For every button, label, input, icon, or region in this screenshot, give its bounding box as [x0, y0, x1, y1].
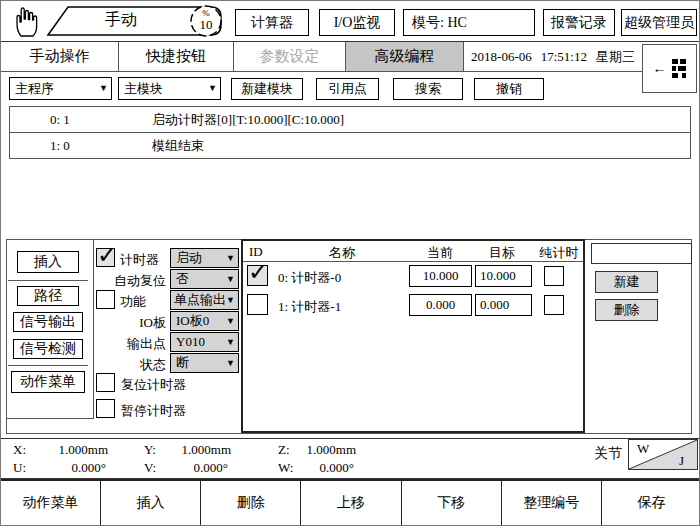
function-checkbox[interactable] — [96, 290, 115, 309]
timer-row-name: 0: 计时器-0 — [278, 269, 341, 287]
auto-reset-value: 否 — [176, 270, 189, 288]
tab-advanced-programming[interactable]: 高级编程 — [346, 42, 464, 71]
timer-target-input[interactable]: 10.000 — [475, 265, 532, 287]
tab-quick-buttons[interactable]: 快捷按钮 — [119, 42, 234, 71]
axis-value: 0.000° — [306, 460, 354, 476]
timer-checkbox[interactable] — [96, 248, 115, 267]
path-action-button[interactable]: 路径 — [17, 286, 79, 306]
pause-timer-checkbox[interactable] — [96, 399, 115, 418]
pure-timing-checkbox[interactable] — [544, 295, 564, 315]
signal-output-button[interactable]: 信号输出 — [13, 312, 83, 332]
program-select-value: 主程序 — [15, 80, 54, 98]
model-number-box: 模号: HC — [403, 9, 535, 36]
timer-row-name: 1: 计时器-1 — [278, 298, 341, 316]
delete-timer-button[interactable]: 删除 — [595, 299, 658, 321]
output-point-value: Y010 — [176, 334, 205, 350]
timer-state-select[interactable]: 启动 ▼ — [170, 248, 239, 268]
state-value: 断 — [176, 354, 189, 372]
chevron-down-icon: ▼ — [226, 317, 235, 326]
tab-manual-operation[interactable]: 手动操作 — [1, 42, 119, 71]
function-label: 功能 — [120, 293, 146, 311]
chevron-down-icon: ▼ — [226, 296, 235, 305]
state-label: 状态 — [96, 356, 166, 374]
timer-current-input[interactable]: 0.000 — [409, 294, 472, 316]
top-bar: 手动 % 10 计算器 I/O监视 模号: HC 报警记录 超级管理员 — [1, 1, 699, 42]
reset-timer-label: 复位计时器 — [121, 376, 186, 394]
mode-label: 手动 — [61, 10, 181, 31]
tab-parameter-settings[interactable]: 参数设定 — [234, 42, 346, 71]
new-timer-button[interactable]: 新建 — [595, 271, 658, 293]
output-point-select[interactable]: Y010 ▼ — [170, 332, 239, 352]
frame-joint-label: J — [679, 453, 684, 469]
bottom-move-down-button[interactable]: 下移 — [402, 481, 502, 526]
chevron-down-icon: ▼ — [226, 254, 235, 263]
divider — [8, 280, 88, 281]
program-list-row[interactable]: 0: 1 启动计时器[0][T:10.000][C:10.000] — [10, 107, 690, 133]
axis-label: Y: — [144, 442, 156, 458]
chevron-down-icon: ▼ — [226, 275, 235, 284]
col-header-name: 名称 — [297, 244, 387, 262]
axis-value: 0.000° — [173, 460, 228, 476]
bottom-action-menu-button[interactable]: 动作菜单 — [1, 481, 101, 526]
hand-cursor-icon — [9, 3, 43, 39]
pure-timing-checkbox[interactable] — [544, 266, 564, 286]
axis-value: 1.000mm — [173, 442, 231, 458]
col-header-target: 目标 — [471, 244, 533, 262]
output-point-label: 输出点 — [96, 335, 166, 353]
timer-target-input[interactable]: 0.000 — [475, 294, 532, 316]
reference-point-button[interactable]: 引用点 — [316, 78, 379, 100]
axis-value: 1.000mm — [41, 442, 108, 458]
timer-state-value: 启动 — [176, 249, 202, 267]
state-select[interactable]: 断 ▼ — [170, 353, 239, 373]
timer-row-checkbox[interactable] — [247, 265, 268, 286]
reset-timer-checkbox[interactable] — [96, 373, 115, 392]
table-header-underline — [243, 261, 583, 262]
auto-reset-label: 自动复位 — [96, 272, 166, 290]
io-monitor-button[interactable]: I/O监视 — [319, 9, 395, 36]
module-select-value: 主模块 — [124, 80, 163, 98]
col-header-pure-timing: 纯计时 — [535, 244, 583, 262]
bottom-renumber-button[interactable]: 整理编号 — [502, 481, 602, 526]
screen-switch-icon — [671, 59, 687, 79]
auto-reset-select[interactable]: 否 ▼ — [170, 269, 239, 289]
tab-bar-underline — [1, 71, 642, 72]
action-menu-button[interactable]: 动作菜单 — [11, 371, 85, 393]
col-header-current: 当前 — [407, 244, 473, 262]
function-value: 单点输出 — [174, 291, 226, 309]
timer-row-checkbox[interactable] — [247, 294, 268, 315]
bottom-delete-button[interactable]: 删除 — [201, 481, 301, 526]
chevron-down-icon: ▼ — [226, 338, 235, 347]
bottom-insert-button[interactable]: 插入 — [101, 481, 201, 526]
date-label: 2018-06-06 — [471, 49, 532, 65]
axis-label: X: — [13, 442, 26, 458]
calculator-button[interactable]: 计算器 — [235, 9, 309, 36]
alarm-log-button[interactable]: 报警记录 — [543, 9, 615, 36]
bottom-save-button[interactable]: 保存 — [602, 481, 700, 526]
screen-switch-button[interactable]: ← — [642, 44, 697, 93]
io-board-select[interactable]: IO板0 ▼ — [170, 311, 239, 331]
axis-label: Z: — [278, 442, 290, 458]
insert-action-button[interactable]: 插入 — [17, 251, 79, 273]
program-list-row[interactable]: 1: 0 模组结束 — [10, 133, 690, 159]
coordinate-frame-toggle[interactable]: W J — [628, 439, 698, 470]
signal-detect-button[interactable]: 信号检测 — [13, 339, 83, 359]
program-row-index: 0: 1 — [50, 107, 70, 133]
frame-world-label: W — [637, 441, 649, 457]
program-row-index: 1: 0 — [50, 133, 70, 159]
module-select[interactable]: 主模块 ▼ — [118, 77, 221, 100]
program-row-text: 启动计时器[0][T:10.000][C:10.000] — [152, 107, 344, 133]
axis-label: U: — [13, 460, 26, 476]
joint-label: 关节 — [594, 445, 622, 463]
chevron-down-icon: ▼ — [208, 84, 217, 93]
function-select[interactable]: 单点输出 ▼ — [170, 290, 239, 310]
program-select[interactable]: 主程序 ▼ — [9, 77, 112, 100]
undo-button[interactable]: 撤销 — [474, 78, 544, 100]
chevron-down-icon: ▼ — [226, 359, 235, 368]
bottom-move-up-button[interactable]: 上移 — [301, 481, 401, 526]
io-board-value: IO板0 — [176, 312, 209, 330]
timer-name-input[interactable] — [591, 243, 692, 264]
user-role-button[interactable]: 超级管理员 — [621, 9, 697, 36]
timer-current-input[interactable]: 10.000 — [409, 265, 472, 287]
search-button[interactable]: 搜索 — [393, 78, 463, 100]
new-module-button[interactable]: 新建模块 — [231, 78, 303, 100]
